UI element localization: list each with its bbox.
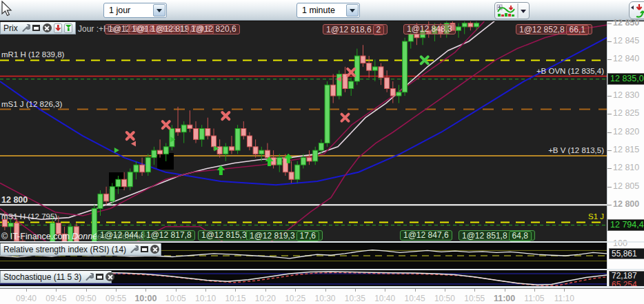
arrow-down-button[interactable] <box>54 23 62 33</box>
candlestick <box>331 85 336 96</box>
time-label: 10:55 <box>459 294 490 303</box>
buy-order-label[interactable]: 1@12 847,6 <box>400 230 452 241</box>
time-tick <box>385 289 385 292</box>
chevron-down-icon[interactable] <box>346 4 359 17</box>
candlestick <box>104 194 109 201</box>
candlestick <box>367 63 372 71</box>
time-label: 10:05 <box>161 294 191 303</box>
orders-button[interactable] <box>629 1 644 19</box>
price-panel-header: Prix <box>0 22 76 34</box>
candlestick <box>349 81 354 89</box>
buy-order-label[interactable]: 1@12 819,317,6 <box>246 230 323 241</box>
candlestick <box>408 34 413 41</box>
candlestick <box>462 23 467 27</box>
candlestick <box>403 41 407 92</box>
sell-order-label[interactable]: 1@12 848,3 <box>403 24 456 34</box>
sell-order-label[interactable]: 1@12 818,62 <box>323 24 388 34</box>
band-lower <box>0 25 607 241</box>
stochastic-panel-header: Stochastique (11 5 3) <box>0 271 112 283</box>
candlestick <box>128 172 132 187</box>
sell-order-label[interactable]: 1@12 820,6 <box>188 24 240 34</box>
price-tick <box>607 23 612 24</box>
wrench-icon[interactable] <box>21 23 30 33</box>
sell-signal-x-icon <box>127 132 134 139</box>
close-icon[interactable] <box>150 245 159 254</box>
candlestick <box>194 128 199 139</box>
panel-separator <box>0 286 644 288</box>
candlestick <box>241 128 246 136</box>
price-tick <box>607 150 612 151</box>
current-price-badge: 12 835,0 <box>607 73 644 85</box>
sell-order-label-qty: 66,1 <box>566 25 589 35</box>
time-axis[interactable]: 09:4009:4509:5009:5510:0010:0510:1010:15… <box>0 288 644 304</box>
sell-order-label-qty: 2 <box>373 25 385 35</box>
candlestick <box>390 89 395 97</box>
wrench-icon[interactable] <box>130 245 139 254</box>
buy-order-label[interactable]: 1@12 817,8 <box>143 230 195 241</box>
price-tick <box>607 187 612 188</box>
candlestick <box>235 128 240 150</box>
time-tick <box>56 289 57 292</box>
time-label: 10:00 <box>130 294 161 303</box>
window-icon[interactable] <box>32 23 41 33</box>
buy-sell-arrows-icon <box>630 2 644 19</box>
candlestick <box>372 67 377 70</box>
price-tick <box>607 114 612 114</box>
wrench-icon[interactable] <box>85 272 94 282</box>
candlestick <box>301 158 305 165</box>
candlestick <box>212 136 217 147</box>
chevron-down-icon[interactable] <box>153 4 165 17</box>
main-toolbar: 1 jour 1 minute <box>0 0 644 21</box>
arrow-up-button[interactable] <box>64 23 72 33</box>
candlestick <box>181 125 186 132</box>
time-tick <box>415 289 416 292</box>
rsi-panel-header: Relative strength index (RSI) (14) <box>0 243 161 256</box>
period-select[interactable]: 1 jour <box>103 3 167 18</box>
sell-signal-x-icon <box>348 69 354 76</box>
sell-order-label[interactable]: 1@12 852,866,1 <box>516 24 592 34</box>
price-tick-label: 12 805 <box>613 181 639 191</box>
price-tick-label: 12 840 <box>613 54 639 63</box>
rsi-panel-title: Relative strength index (RSI) (14) <box>3 245 126 254</box>
trading-app-window: 1 jour 1 minute <box>0 0 644 304</box>
period-select-value: 1 jour <box>109 6 130 15</box>
window-icon[interactable] <box>96 272 103 282</box>
price-tick-label: 12 845 <box>613 36 639 45</box>
price-tick <box>607 41 612 42</box>
buy-order-label[interactable]: 1@12 844,8 <box>97 230 149 241</box>
candlestick <box>223 147 228 154</box>
time-label: 10:20 <box>250 294 281 303</box>
candlestick <box>188 125 192 128</box>
price-chart-panel[interactable]: mR1 H (12 839,8)+B OVN (12 835,4)mS1 J (… <box>0 21 607 241</box>
price-tick <box>607 205 612 205</box>
candlestick <box>205 128 210 136</box>
sell-signal-x-icon <box>163 121 170 128</box>
candlestick <box>456 27 461 30</box>
time-tick <box>235 289 236 292</box>
candlestick <box>122 179 127 187</box>
candlestick <box>307 158 312 161</box>
candlestick <box>247 136 252 147</box>
band-upper <box>0 21 494 216</box>
window-icon[interactable] <box>141 245 148 254</box>
close-icon[interactable] <box>105 272 114 282</box>
buy-order-label[interactable]: 1@12 851,864,8 <box>459 230 535 241</box>
close-icon[interactable] <box>43 23 52 33</box>
timeframe-select-value: 1 minute <box>302 6 335 15</box>
timeframe-select[interactable]: 1 minute <box>296 3 360 18</box>
sell-signal-x-icon <box>222 112 229 119</box>
price-chart-canvas[interactable] <box>0 21 607 241</box>
candlestick <box>253 147 258 154</box>
time-tick <box>86 289 87 292</box>
price-axis[interactable]: 12 85012 84512 84012 83012 82512 82012 8… <box>607 21 644 288</box>
candlestick <box>379 67 383 78</box>
chart-style-button[interactable] <box>494 2 530 19</box>
buy-order-label[interactable]: 1@12 815,3 <box>198 230 250 241</box>
candlestick <box>396 92 401 96</box>
time-label: 10:15 <box>220 294 250 303</box>
time-label: 10:30 <box>310 294 341 303</box>
time-label: 10:50 <box>430 294 460 303</box>
up-arrow-icon <box>217 165 225 175</box>
price-tick <box>607 59 612 60</box>
time-tick <box>505 289 505 292</box>
